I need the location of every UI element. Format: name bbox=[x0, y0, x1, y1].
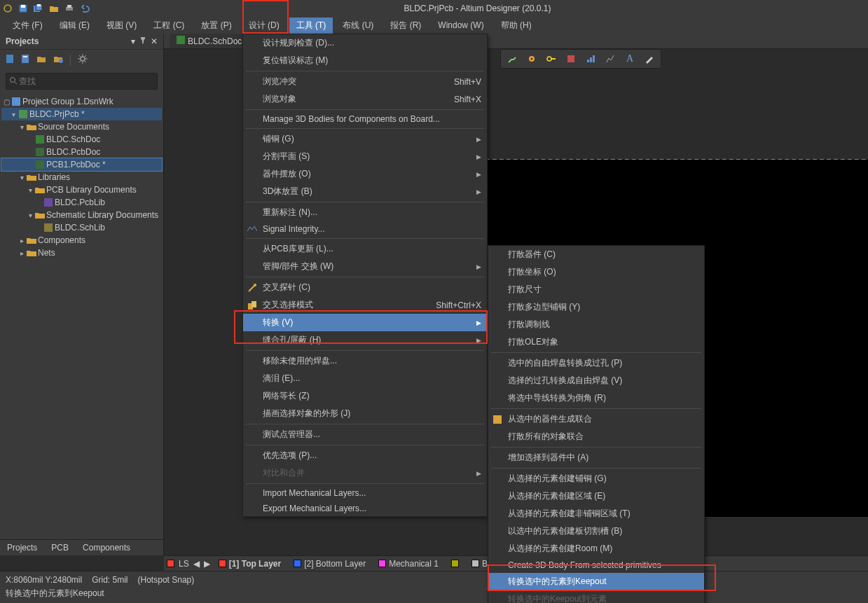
submenu-via-to-freepad[interactable]: 选择的过孔转换成自由焊盘 (V) bbox=[488, 372, 704, 389]
menu-tools[interactable]: 工具 (T) bbox=[289, 18, 333, 34]
layer-scroll-right[interactable]: ▶ bbox=[204, 559, 210, 569]
search-input[interactable] bbox=[18, 75, 154, 88]
submenu-explode-poly[interactable]: 打散多边型铺铜 (Y) bbox=[488, 298, 704, 316]
submenu-explode-coord[interactable]: 打散坐标 (O) bbox=[488, 263, 704, 281]
pin-icon[interactable] bbox=[139, 36, 146, 46]
search-box[interactable] bbox=[6, 73, 158, 90]
submenu-explode-ctrl-line[interactable]: 打散调制线 bbox=[488, 316, 704, 333]
tree-pcb1doc[interactable]: PCB1.PcbDoc * bbox=[1, 158, 162, 171]
panel-tab-components[interactable]: Components bbox=[76, 540, 137, 555]
tool-plot-icon[interactable] bbox=[605, 53, 616, 64]
submenu-explode-size[interactable]: 打散尺寸 bbox=[488, 281, 704, 298]
submenu-create-3d-body[interactable]: Create 3D Body From selected primitives bbox=[488, 557, 704, 573]
submenu-explode-all-union[interactable]: 打散所有的对象联合 bbox=[488, 428, 704, 445]
submenu-create-nonplate[interactable]: 从选择的元素创建非铺铜区域 (T) bbox=[488, 505, 704, 522]
menu-item-convert[interactable]: 转换 (V)▶ bbox=[243, 314, 487, 331]
tree-schdoc[interactable]: BLDC.SchDoc bbox=[1, 133, 162, 146]
menu-item-testpoint[interactable]: 测试点管理器... bbox=[243, 426, 487, 443]
submenu-create-region[interactable]: 从选择的元素创建区域 (E) bbox=[488, 487, 704, 505]
panel-tab-projects[interactable]: Projects bbox=[0, 540, 44, 555]
menu-item-remove-unused-pads[interactable]: 移除未使用的焊盘... bbox=[243, 352, 487, 370]
menu-item-reannotate[interactable]: 重新标注 (N)... bbox=[243, 204, 487, 221]
submenu-union-from-sel[interactable]: 从选中的器件生成联合 bbox=[488, 410, 704, 428]
layer-bottom[interactable]: [2] Bottom Layer bbox=[289, 559, 370, 569]
submenu-convert-to-keepout[interactable]: 转换选中的元素到Keepout bbox=[488, 573, 704, 590]
menu-view[interactable]: 视图 (V) bbox=[99, 18, 144, 34]
menu-window[interactable]: Window (W) bbox=[431, 18, 490, 32]
menu-item-browse-conflict[interactable]: 浏览冲突Shift+V bbox=[243, 73, 487, 90]
menu-item-signal-integrity[interactable]: Signal Integrity... bbox=[243, 221, 487, 237]
layer-mech1[interactable]: Mechanical 1 bbox=[374, 559, 443, 569]
tree-source-docs[interactable]: ▾Source Documents bbox=[1, 120, 162, 133]
open-folder-icon[interactable] bbox=[49, 4, 59, 13]
menu-item-import-mech[interactable]: Import Mechanical Layers... bbox=[243, 485, 487, 501]
menu-project[interactable]: 工程 (C) bbox=[146, 18, 191, 34]
tool-pencil-icon[interactable] bbox=[644, 53, 655, 64]
tree-schlib[interactable]: BLDC.SchLib bbox=[1, 221, 162, 234]
doc-tab-schdoc[interactable]: BLDC.SchDoc bbox=[170, 34, 249, 48]
panel-tab-pcb[interactable]: PCB bbox=[44, 540, 76, 555]
gear-icon[interactable] bbox=[78, 54, 88, 66]
menu-item-cross-probe[interactable]: 交叉探针 (C) bbox=[243, 279, 487, 296]
menu-item-net-equal[interactable]: 网络等长 (Z) bbox=[243, 387, 487, 405]
menu-edit[interactable]: 编辑 (E) bbox=[53, 18, 97, 34]
layer-top[interactable]: [1] Top Layer bbox=[214, 559, 285, 569]
menu-item-stitching[interactable]: 缝合孔/屏蔽 (H)▶ bbox=[243, 331, 487, 349]
menu-item-polygon[interactable]: 铺铜 (G)▶ bbox=[243, 130, 487, 148]
menu-item-export-mech[interactable]: Export Mechanical Layers... bbox=[243, 501, 487, 516]
menu-item-pin-swap[interactable]: 管脚/部件 交换 (W)▶ bbox=[243, 258, 487, 275]
tree-components[interactable]: ▸Components bbox=[1, 234, 162, 247]
new-doc-icon[interactable] bbox=[6, 54, 14, 66]
swatch-ls[interactable] bbox=[167, 560, 174, 567]
submenu-freepad-to-via[interactable]: 选中的自由焊盘转换成过孔 (P) bbox=[488, 354, 704, 372]
layer-unknown[interactable] bbox=[447, 560, 463, 567]
menu-place[interactable]: 放置 (P) bbox=[194, 18, 238, 34]
layer-scroll-left[interactable]: ◀ bbox=[193, 559, 200, 569]
menu-item-drc[interactable]: 设计规则检查 (D)... bbox=[243, 34, 487, 52]
tool-text-icon[interactable]: A bbox=[624, 53, 635, 64]
tool-bar-chart-icon[interactable] bbox=[585, 53, 596, 64]
layer-ls[interactable]: LS bbox=[179, 559, 189, 569]
menu-item-draw-outline[interactable]: 描画选择对象的外形 (J) bbox=[243, 405, 487, 422]
menu-item-browse-obj[interactable]: 浏览对象Shift+X bbox=[243, 90, 487, 108]
submenu-add-to-comp[interactable]: 增加选择到器件中 (A) bbox=[488, 449, 704, 466]
dropdown-icon[interactable]: ▾ bbox=[131, 36, 135, 46]
menu-design[interactable]: 设计 (D) bbox=[242, 18, 287, 34]
menu-item-3d-body[interactable]: 3D体放置 (B)▶ bbox=[243, 183, 487, 200]
submenu-create-room[interactable]: 从选择的元素创建Room (M) bbox=[488, 540, 704, 557]
menu-item-preferences[interactable]: 优先选项 (P)... bbox=[243, 447, 487, 464]
close-panel-icon[interactable]: ✕ bbox=[151, 36, 158, 46]
menu-item-manage-3d[interactable]: Manage 3D Bodies for Components on Board… bbox=[243, 111, 487, 127]
save-all-icon[interactable] bbox=[34, 4, 43, 13]
menu-file[interactable]: 文件 (F) bbox=[6, 18, 50, 34]
compile-icon[interactable] bbox=[21, 54, 29, 66]
tree-project[interactable]: ▾BLDC.PrjPcb * bbox=[1, 108, 162, 120]
menu-report[interactable]: 报告 (R) bbox=[383, 18, 428, 34]
tree-nets[interactable]: ▸Nets bbox=[1, 247, 162, 259]
submenu-explode-ole[interactable]: 打散OLE对象 bbox=[488, 333, 704, 351]
menu-item-comp-place[interactable]: 器件摆放 (O)▶ bbox=[243, 165, 487, 183]
tool-fill-icon[interactable] bbox=[565, 53, 577, 64]
tool-route-icon[interactable] bbox=[507, 53, 518, 64]
tree-libraries[interactable]: ▾Libraries bbox=[1, 171, 162, 183]
submenu-track-to-chamfer[interactable]: 将选中导线转换为倒角 (R) bbox=[488, 389, 704, 407]
submenu-create-poly[interactable]: 从选择的元素创建铺铜 (G) bbox=[488, 470, 704, 487]
menu-item-split-plane[interactable]: 分割平面 (S)▶ bbox=[243, 148, 487, 165]
tool-via-icon[interactable] bbox=[526, 53, 537, 64]
menu-item-reset-err[interactable]: 复位错误标志 (M) bbox=[243, 52, 487, 69]
folder-link-icon[interactable] bbox=[53, 55, 63, 65]
folder-icon[interactable] bbox=[36, 55, 46, 65]
menu-item-update-from-lib[interactable]: 从PCB库更新 (L)... bbox=[243, 240, 487, 258]
tree-pcblib[interactable]: BLDC.PcbLib bbox=[1, 196, 162, 209]
print-icon[interactable] bbox=[64, 4, 74, 13]
tree-pcbdoc[interactable]: BLDC.PcbDoc bbox=[1, 146, 162, 158]
undo-icon[interactable] bbox=[80, 4, 90, 13]
menu-item-cross-select[interactable]: 交叉选择模式Shift+Ctrl+X bbox=[243, 296, 487, 314]
menu-item-teardrop[interactable]: 滴泪 (E)... bbox=[243, 370, 487, 387]
tree-group[interactable]: ▢Project Group 1.DsnWrk bbox=[1, 95, 162, 108]
submenu-create-cutout[interactable]: 以选中的元素创建板切割槽 (B) bbox=[488, 522, 704, 540]
menu-route[interactable]: 布线 (U) bbox=[336, 18, 380, 34]
tool-key-icon[interactable] bbox=[546, 53, 557, 64]
submenu-explode-comp[interactable]: 打散器件 (C) bbox=[488, 246, 704, 263]
tree-pcblib-docs[interactable]: ▾PCB Library Documents bbox=[1, 183, 162, 196]
